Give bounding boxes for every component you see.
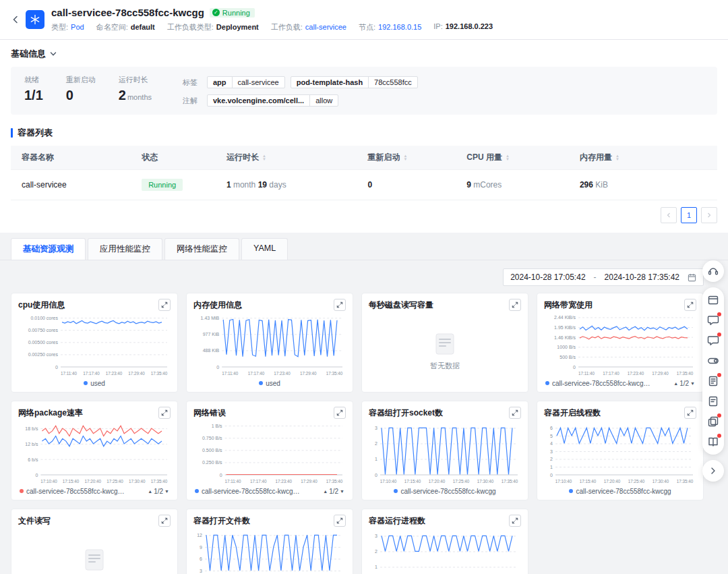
- feedback-chat-icon[interactable]: [702, 331, 724, 351]
- column-header[interactable]: 重新启动▲▼: [357, 146, 456, 170]
- svg-text:0.0100 cores: 0.0100 cores: [31, 316, 59, 320]
- status-badge: ✓ Running: [210, 8, 255, 18]
- sort-icon[interactable]: ▲▼: [615, 154, 619, 161]
- svg-text:17:23:40: 17:23:40: [274, 371, 291, 376]
- time-range-separator: -: [594, 272, 597, 282]
- expand-chart-button[interactable]: [158, 407, 171, 419]
- legend-item[interactable]: used: [84, 380, 105, 387]
- basic-info-header[interactable]: 基础信息: [11, 48, 717, 60]
- pagination-page-1[interactable]: 1: [681, 207, 697, 223]
- svg-text:9: 9: [200, 545, 202, 550]
- expand-chart-button[interactable]: [158, 299, 171, 311]
- svg-text:17:11:40: 17:11:40: [222, 371, 239, 376]
- basic-info-section: 基础信息 就绪1/1重新启动0运行时长2months 标签 appcall-se…: [0, 40, 728, 233]
- time-range-end: 2024-10-28 17:35:42: [605, 272, 679, 282]
- column-header: 状态: [131, 146, 216, 170]
- svg-text:6 b/s: 6 b/s: [28, 457, 38, 462]
- chart-title: cpu使用信息: [18, 299, 65, 311]
- legend-item[interactable]: call-servicee-78cc558fcc-kwcgg: [569, 488, 671, 495]
- legend-page-indicator: 1/2: [154, 488, 163, 495]
- expand-icon: [687, 409, 694, 416]
- meta-value[interactable]: Pod: [71, 23, 84, 31]
- notification-dot: [717, 333, 721, 337]
- svg-text:3: 3: [375, 426, 377, 430]
- legend-page-up-icon[interactable]: ▲: [323, 489, 328, 494]
- legend-page-up-icon[interactable]: ▲: [148, 489, 152, 494]
- expand-chart-button[interactable]: [684, 407, 696, 419]
- sort-icon[interactable]: ▲▼: [506, 154, 510, 161]
- legend-page-indicator: 1/2: [329, 488, 338, 495]
- legend-item[interactable]: call-servicee-78cc558fcc-kwcgg-i...: [20, 488, 127, 495]
- column-header[interactable]: 运行时长▲▼: [216, 146, 357, 170]
- legend-dot-icon: [195, 489, 199, 493]
- chart-card: 容器开启线程数 654321017:10:4017:15:4017:20:401…: [537, 401, 704, 500]
- chart-plot: 654321017:10:4017:15:4017:20:4017:25:401…: [545, 420, 696, 485]
- table-row[interactable]: call-servicee Running 1 month 19 days 0 …: [11, 170, 717, 200]
- survey-card-icon[interactable]: [702, 290, 724, 310]
- doc-icon[interactable]: [702, 391, 724, 411]
- support-headset-icon[interactable]: [702, 260, 724, 282]
- expand-chart-button[interactable]: [334, 515, 346, 527]
- meta-value[interactable]: call-servicee: [305, 23, 346, 31]
- tab-应用性能监控[interactable]: 应用性能监控: [88, 238, 162, 260]
- legend-page-down-icon[interactable]: ▼: [340, 489, 344, 494]
- cell-container-name: call-servicee: [11, 170, 131, 200]
- message-chat-icon[interactable]: [702, 310, 724, 331]
- expand-chart-button[interactable]: [684, 299, 696, 311]
- chart-plot: 0.0100 cores0.00750 cores0.00500 cores0.…: [19, 312, 170, 377]
- expand-chart-button[interactable]: [158, 515, 171, 527]
- legend-pager: ▲1/2▼: [673, 380, 695, 387]
- header-meta-item: 命名空间:default: [96, 22, 155, 32]
- expand-chart-button[interactable]: [509, 515, 521, 527]
- legend-page-down-icon[interactable]: ▼: [690, 381, 695, 386]
- theme-capsule-icon[interactable]: [702, 351, 724, 371]
- chart-plot: 1.43 MiB977 KiB488 KiB017:11:4017:17:401…: [194, 312, 345, 377]
- notification-dot: [717, 373, 721, 377]
- expand-icon: [512, 302, 518, 308]
- chart-plot: 18 b/s12 b/s6 b/s017:10:4017:15:4017:20:…: [19, 420, 170, 485]
- legend-item[interactable]: used: [259, 380, 280, 387]
- page-header: call-servicee-78cc558fcc-kwcgg ✓ Running…: [0, 0, 728, 40]
- copy-docs-icon[interactable]: [702, 411, 724, 432]
- handbook-icon[interactable]: [702, 432, 724, 452]
- column-header[interactable]: 内存用量▲▼: [569, 146, 717, 170]
- chevron-left-icon: [666, 212, 671, 218]
- legend-page-up-icon[interactable]: ▲: [673, 381, 678, 386]
- time-range-picker[interactable]: 2024-10-28 17:05:42 - 2024-10-28 17:35:4…: [503, 268, 704, 286]
- check-icon: ✓: [212, 9, 220, 16]
- chart-card: 网络package速率 18 b/s12 b/s6 b/s017:10:4017…: [11, 401, 178, 500]
- svg-text:0.500 B/s: 0.500 B/s: [202, 448, 222, 453]
- header-meta-item: 工作负载:call-servicee: [271, 22, 346, 32]
- chart-title: 网络带宽使用: [544, 299, 593, 311]
- tab-基础资源观测[interactable]: 基础资源观测: [11, 238, 86, 260]
- back-button[interactable]: [8, 12, 23, 27]
- legend-page-down-icon[interactable]: ▼: [164, 489, 169, 494]
- svg-text:17:35:40: 17:35:40: [151, 371, 168, 376]
- pagination-prev-button[interactable]: [661, 207, 677, 223]
- expand-chart-button[interactable]: [509, 299, 521, 311]
- tab-网络性能监控[interactable]: 网络性能监控: [164, 238, 239, 260]
- sort-icon[interactable]: ▲▼: [404, 154, 408, 161]
- column-header[interactable]: CPU 用量▲▼: [456, 146, 569, 170]
- expand-chart-button[interactable]: [334, 299, 346, 311]
- expand-chart-button[interactable]: [334, 407, 346, 419]
- meta-value[interactable]: 192.168.0.15: [378, 23, 421, 31]
- collapse-chevron-icon[interactable]: [702, 460, 724, 482]
- svg-text:17:17:40: 17:17:40: [250, 479, 267, 484]
- legend-item[interactable]: call-servicee-78cc558fcc-kwcgg-i...: [195, 488, 303, 495]
- svg-text:1: 1: [375, 457, 377, 461]
- legend-item[interactable]: call-servicee-78cc558fcc-kwcgg-i...: [545, 380, 653, 387]
- svg-text:17:25:40: 17:25:40: [453, 479, 470, 484]
- svg-text:17:23:40: 17:23:40: [106, 371, 123, 376]
- no-data-icon: [430, 331, 460, 357]
- pagination-next-button[interactable]: [701, 207, 717, 223]
- doc-edit-icon[interactable]: [702, 371, 724, 391]
- expand-chart-button[interactable]: [509, 407, 521, 419]
- svg-text:17:10:40: 17:10:40: [380, 479, 397, 484]
- chart-plot: 321017:10:4017:15:4017:20:4017:25:4017:3…: [369, 528, 520, 574]
- tag: appcall-servicee: [207, 76, 285, 88]
- legend-item[interactable]: call-servicee-78cc558fcc-kwcgg: [394, 488, 495, 495]
- sort-icon[interactable]: ▲▼: [262, 154, 266, 161]
- tab-YAML[interactable]: YAML: [241, 238, 288, 260]
- svg-text:17:35:40: 17:35:40: [502, 479, 518, 484]
